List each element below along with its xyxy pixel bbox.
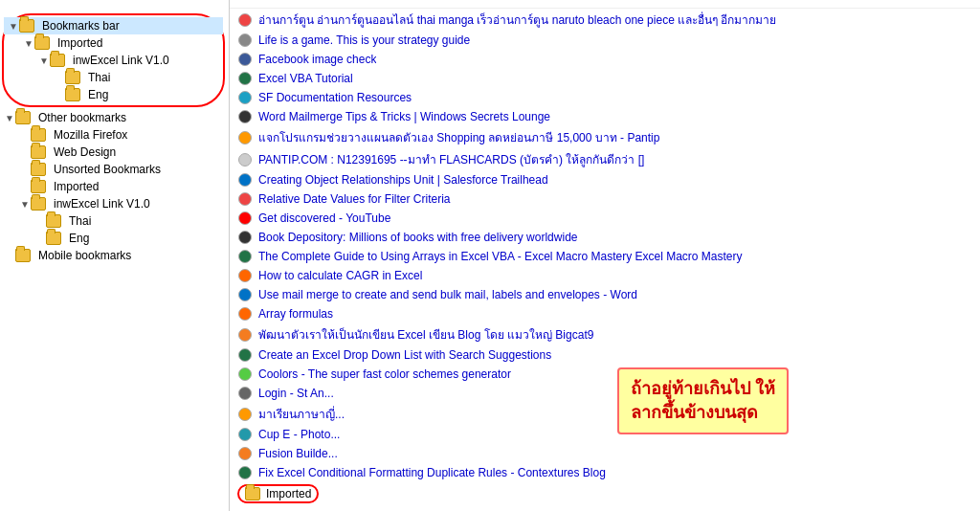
favicon-circle <box>238 231 252 244</box>
bookmark-item[interactable]: Fix Excel Conditional Formatting Duplica… <box>230 463 980 482</box>
bookmark-item[interactable]: Word Mailmerge Tips & Tricks | Windows S… <box>230 107 980 126</box>
bookmark-item[interactable]: Facebook image check <box>230 50 980 69</box>
highlighted-group: ▼Bookmarks bar▼Imported▼inwExcel Link V1… <box>2 13 225 107</box>
tree-item-bookmarks-bar[interactable]: ▼Bookmarks bar <box>4 17 223 34</box>
bookmark-favicon <box>237 327 253 343</box>
bookmark-item[interactable]: SF Documentation Resources <box>230 88 980 107</box>
organize-header[interactable] <box>230 0 980 9</box>
bookmark-title: อ่านการ์ตูน อ่านการ์ตูนออนไลน์ thai mang… <box>258 11 776 29</box>
tree-item-label: Mobile bookmarks <box>38 249 131 262</box>
favicon-circle <box>238 211 252 225</box>
expand-arrow[interactable]: ▼ <box>23 38 34 49</box>
tree-item-label: Eng <box>88 88 108 101</box>
bookmark-item[interactable]: Book Depository: Millions of books with … <box>230 228 980 247</box>
bookmark-title: Creating Object Relationships Unit | Sal… <box>258 173 548 187</box>
tree-item-inwexcel-link-v1.0[interactable]: ▼inwExcel Link V1.0 <box>0 195 229 212</box>
favicon-circle <box>238 466 252 479</box>
tree-item-label: Thai <box>88 71 110 84</box>
bookmark-item[interactable]: Use mail merge to create and send bulk m… <box>230 285 980 304</box>
bookmark-item[interactable]: PANTIP.COM : N12391695 --มาทำ FLASHCARDS… <box>230 148 980 170</box>
tree-item-web-design[interactable]: Web Design <box>0 144 229 161</box>
expand-arrow[interactable]: ▼ <box>4 113 15 123</box>
bookmark-item[interactable]: Login - St An... <box>230 384 980 403</box>
bookmark-favicon <box>237 33 253 48</box>
bookmark-title: Fusion Builde... <box>258 447 338 460</box>
bookmark-title: Get discovered - YouTube <box>258 211 390 225</box>
folder-icon <box>65 88 80 101</box>
bookmark-title: Coolors - The super fast color schemes g… <box>258 367 511 381</box>
bookmark-item[interactable]: How to calculate CAGR in Excel <box>230 266 980 285</box>
tree-item-mobile-bookmarks[interactable]: Mobile bookmarks <box>0 247 229 264</box>
bookmark-item[interactable]: พัฒนาตัวเราให้เป็นนักเขียน Excel เขียน B… <box>230 323 980 345</box>
tree-item-label: Mozilla Firefox <box>54 128 127 142</box>
tree-item-inwexcel-link-v1.0[interactable]: ▼inwExcel Link V1.0 <box>4 52 223 69</box>
bookmark-title: แจกโปรแกรมช่วยวางแผนลดตัวเอง Shopping ลด… <box>258 128 659 146</box>
bookmarks-list: อ่านการ์ตูน อ่านการ์ตูนออนไลน์ thai mang… <box>230 9 980 505</box>
popup-text: ถ้าอยู่ท้ายเกินไป ให้ลากขึ้นข้างบนสุด <box>631 379 775 422</box>
bookmark-item[interactable]: Get discovered - YouTube <box>230 209 980 228</box>
bookmark-item[interactable]: Excel VBA Tutorial <box>230 69 980 88</box>
bookmark-item[interactable]: Coolors - The super fast color schemes g… <box>230 365 980 384</box>
tree-item-eng[interactable]: Eng <box>0 230 229 247</box>
bookmark-item[interactable]: Create an Excel Drop Down List with Sear… <box>230 345 980 365</box>
folder-icon <box>46 214 61 228</box>
tree-item-imported[interactable]: Imported <box>0 178 229 195</box>
tree-item-imported[interactable]: ▼Imported <box>4 34 223 52</box>
bookmark-title: Use mail merge to create and send bulk m… <box>258 288 637 301</box>
imported-folder-circled[interactable]: Imported <box>237 484 319 503</box>
bookmark-favicon <box>237 71 253 86</box>
tree-item-mozilla-firefox[interactable]: Mozilla Firefox <box>0 126 229 144</box>
favicon-circle <box>238 153 252 167</box>
favicon-circle <box>238 33 252 47</box>
bookmark-favicon <box>237 268 253 283</box>
expand-arrow[interactable]: ▼ <box>38 56 50 66</box>
bookmark-favicon <box>237 52 253 67</box>
bottom-imported-folder[interactable]: Imported <box>230 482 980 505</box>
favicon-circle <box>238 447 252 460</box>
favicon-circle <box>238 53 252 66</box>
tree-item-label: Web Design <box>54 145 116 159</box>
bookmark-item[interactable]: อ่านการ์ตูน อ่านการ์ตูนออนไลน์ thai mang… <box>230 9 980 31</box>
expand-arrow[interactable]: ▼ <box>8 21 19 32</box>
tree-item-eng[interactable]: Eng <box>4 86 223 103</box>
expand-arrow[interactable]: ▼ <box>19 199 31 210</box>
bookmark-title: The Complete Guide to Using Arrays in Ex… <box>258 250 743 263</box>
bookmark-favicon <box>237 152 253 167</box>
bookmark-title: Fix Excel Conditional Formatting Duplica… <box>258 466 606 479</box>
folder-icon <box>50 54 65 67</box>
tree-item-label: Imported <box>54 180 99 193</box>
folder-icon <box>15 111 31 124</box>
bookmark-title: Relative Date Values for Filter Criteria <box>258 192 451 206</box>
bookmark-item[interactable]: Array formulas <box>230 304 980 323</box>
favicon-circle <box>238 428 252 441</box>
bookmark-item[interactable]: มาเรียนภาษาญี่... <box>230 403 980 425</box>
popup-tooltip: ถ้าอยู่ท้ายเกินไป ให้ลากขึ้นข้างบนสุด <box>617 367 789 434</box>
bookmark-item[interactable]: Creating Object Relationships Unit | Sal… <box>230 170 980 189</box>
folders-header[interactable] <box>0 4 229 11</box>
folder-icon <box>34 36 50 50</box>
favicon-circle <box>238 408 252 421</box>
favicon-circle <box>238 91 252 104</box>
bookmark-item[interactable]: The Complete Guide to Using Arrays in Ex… <box>230 247 980 266</box>
favicon-circle <box>238 72 252 85</box>
folder-tree: ▼Bookmarks bar▼Imported▼inwExcel Link V1… <box>0 13 229 264</box>
tree-item-other-bookmarks[interactable]: ▼Other bookmarks <box>0 109 229 126</box>
bookmark-item[interactable]: Cup E - Photo... <box>230 425 980 444</box>
favicon-circle <box>238 328 252 342</box>
tree-item-unsorted-bookmarks[interactable]: Unsorted Bookmarks <box>0 161 229 178</box>
favicon-circle <box>238 348 252 362</box>
bookmark-favicon <box>237 211 253 226</box>
bookmark-title: Word Mailmerge Tips & Tricks | Windows S… <box>258 110 550 123</box>
bookmark-favicon <box>237 249 253 264</box>
tree-item-label: inwExcel Link V1.0 <box>54 197 150 211</box>
tree-item-thai[interactable]: Thai <box>4 69 223 86</box>
bookmark-item[interactable]: Relative Date Values for Filter Criteria <box>230 189 980 209</box>
favicon-circle <box>238 307 252 321</box>
bookmark-item[interactable]: แจกโปรแกรมช่วยวางแผนลดตัวเอง Shopping ลด… <box>230 126 980 148</box>
favicon-circle <box>238 192 252 206</box>
bookmark-favicon <box>237 12 253 28</box>
tree-item-thai[interactable]: Thai <box>0 212 229 230</box>
bookmark-item[interactable]: Life is a game. This is your strategy gu… <box>230 31 980 50</box>
bookmark-item[interactable]: Fusion Builde... <box>230 444 980 463</box>
bookmark-title: Array formulas <box>258 307 333 321</box>
